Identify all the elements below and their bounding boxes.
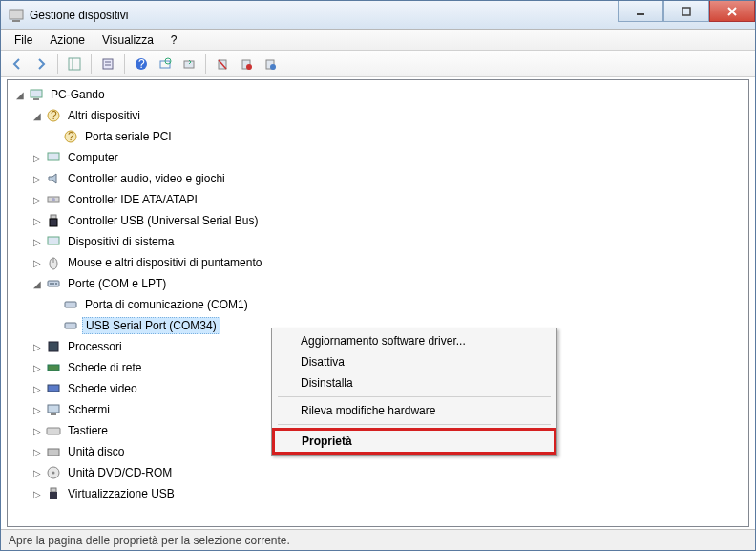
expander-icon[interactable]: ▷ [31, 193, 44, 206]
show-hide-tree-button[interactable] [64, 53, 85, 74]
svg-rect-47 [51, 413, 56, 415]
usb-icon [46, 213, 61, 228]
category-ports[interactable]: Porte (COM e LPT) [65, 276, 169, 291]
cpu-icon [46, 339, 61, 354]
expander-icon[interactable]: ▷ [31, 382, 44, 395]
device-pci-serial[interactable]: Porta seriale PCI [82, 129, 175, 144]
svg-point-38 [50, 283, 52, 285]
menu-view[interactable]: Visualizza [94, 32, 161, 49]
scan-hardware-button[interactable] [155, 53, 176, 74]
expander-icon[interactable]: ▷ [31, 172, 44, 185]
ctx-scan-hardware[interactable]: Rileva modifiche hardware [274, 400, 555, 421]
category-keyboard[interactable]: Tastiere [65, 423, 111, 438]
forward-button[interactable] [31, 53, 52, 74]
expander-icon[interactable]: ▷ [31, 466, 44, 479]
close-button[interactable] [709, 1, 755, 22]
svg-rect-42 [65, 323, 76, 328]
expander-icon[interactable]: ▷ [31, 235, 44, 248]
ctx-uninstall[interactable]: Disinstalla [274, 372, 555, 393]
svg-point-31 [52, 198, 55, 201]
expander-icon[interactable]: ▷ [31, 361, 44, 374]
expander-icon[interactable]: ▷ [31, 214, 44, 227]
device-com1[interactable]: Porta di comunicazione (COM1) [82, 297, 251, 312]
category-other-devices[interactable]: Altri dispositivi [65, 108, 143, 123]
svg-rect-41 [65, 302, 76, 307]
svg-rect-6 [69, 58, 80, 70]
category-system[interactable]: Dispositivi di sistema [65, 234, 177, 249]
ctx-update-driver[interactable]: Aggiornamento software driver... [274, 330, 555, 351]
ports-icon [46, 276, 61, 291]
properties-button[interactable] [97, 53, 118, 74]
root-node[interactable]: PC-Gando [48, 87, 108, 102]
svg-text:?: ? [51, 109, 57, 122]
menu-action[interactable]: Azione [42, 32, 93, 49]
svg-rect-3 [682, 8, 690, 15]
category-dvd[interactable]: Unità DVD/CD-ROM [65, 465, 175, 480]
category-pointing[interactable]: Mouse e altri dispositivi di puntamento [65, 255, 264, 270]
back-button[interactable] [7, 53, 28, 74]
svg-rect-0 [10, 10, 23, 19]
network-icon [46, 360, 61, 375]
minimize-button[interactable] [618, 1, 663, 22]
category-gpu[interactable]: Schede video [65, 381, 140, 396]
svg-rect-32 [51, 215, 56, 219]
maximize-button[interactable] [663, 1, 709, 22]
expander-icon[interactable]: ▷ [31, 403, 44, 416]
category-vusb[interactable]: Virtualizzazione USB [65, 486, 178, 501]
toolbar: ? [1, 51, 755, 77]
category-monitor[interactable]: Schermi [65, 402, 113, 417]
uninstall-button[interactable] [212, 53, 233, 74]
category-ide[interactable]: Controller IDE ATA/ATAPI [65, 192, 200, 207]
expander-icon[interactable]: ◢ [31, 109, 44, 122]
category-nic[interactable]: Schede di rete [65, 360, 144, 375]
disable-button[interactable] [236, 53, 257, 74]
window-title: Gestione dispositivi [30, 9, 618, 22]
svg-rect-1 [12, 20, 20, 22]
device-usb-serial[interactable]: USB Serial Port (COM34) [82, 317, 220, 334]
computer-icon [46, 150, 61, 165]
category-disk[interactable]: Unità disco [65, 444, 127, 459]
expander-icon[interactable]: ▷ [31, 487, 44, 500]
svg-rect-22 [31, 90, 42, 97]
svg-rect-23 [33, 98, 39, 100]
category-cpu[interactable]: Processori [65, 339, 125, 354]
other-devices-icon: ? [46, 108, 61, 123]
expander-icon[interactable]: ▷ [31, 445, 44, 458]
svg-rect-45 [48, 385, 59, 392]
expander-icon[interactable]: ▷ [31, 340, 44, 353]
ctx-properties[interactable]: Proprietà [272, 428, 556, 455]
enable-button[interactable] [260, 53, 281, 74]
display-adapter-icon [46, 381, 61, 396]
svg-rect-52 [51, 488, 56, 492]
svg-rect-49 [48, 449, 59, 456]
expander-icon[interactable]: ▷ [31, 256, 44, 269]
expander-icon[interactable]: ▷ [31, 424, 44, 437]
svg-rect-15 [184, 61, 194, 68]
svg-point-40 [55, 283, 57, 285]
menu-help[interactable]: ? [163, 32, 185, 49]
status-text: Apre la pagina delle proprietà per la se… [9, 534, 290, 547]
svg-rect-44 [48, 365, 59, 371]
keyboard-icon [46, 423, 61, 438]
menu-file[interactable]: File [7, 32, 40, 49]
category-audio[interactable]: Controller audio, video e giochi [65, 171, 228, 186]
expander-icon[interactable]: ◢ [13, 88, 27, 101]
help-button[interactable]: ? [131, 53, 152, 74]
mouse-icon [46, 255, 61, 270]
ctx-disable[interactable]: Disattiva [274, 351, 555, 372]
usb-virt-icon [46, 486, 61, 501]
disk-icon [46, 444, 61, 459]
expander-icon[interactable]: ▷ [31, 151, 44, 164]
monitor-icon [46, 402, 61, 417]
category-usb[interactable]: Controller USB (Universal Serial Bus) [65, 213, 261, 228]
expander-icon[interactable]: ◢ [31, 277, 44, 290]
svg-rect-43 [49, 342, 58, 351]
system-icon [46, 234, 61, 249]
titlebar: Gestione dispositivi [1, 1, 755, 30]
menubar: File Azione Visualizza ? [1, 30, 755, 51]
svg-rect-48 [47, 428, 60, 434]
svg-text:?: ? [138, 57, 145, 71]
category-computer[interactable]: Computer [65, 150, 121, 165]
device-tree-panel[interactable]: ◢PC-Gando ◢?Altri dispositivi ·?Porta se… [7, 79, 749, 527]
update-driver-button[interactable] [178, 53, 200, 74]
